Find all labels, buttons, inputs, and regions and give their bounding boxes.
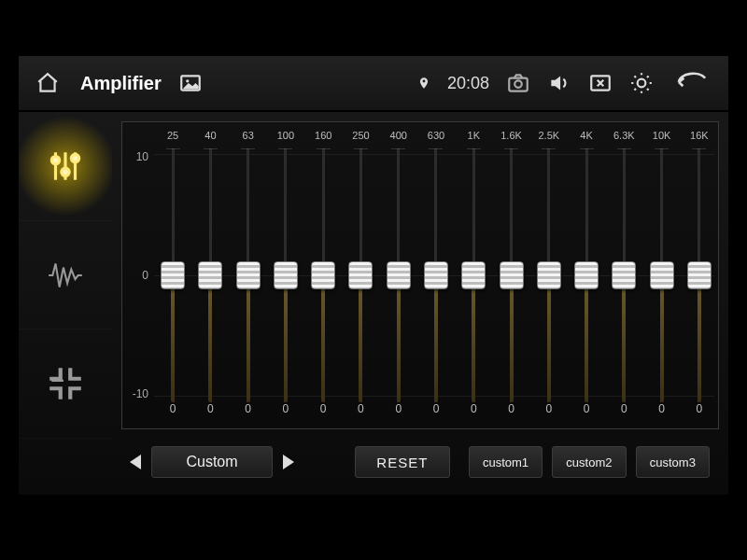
band-slider[interactable] (267, 148, 304, 402)
band-value-label: 0 (207, 402, 214, 421)
band-freq-label: 160 (315, 130, 331, 148)
band-slider[interactable] (380, 148, 417, 402)
custom-slot-3-button[interactable]: custom3 (636, 446, 710, 478)
band-stem (698, 275, 701, 402)
preset-name-display[interactable]: Custom (151, 446, 273, 478)
eq-mode-tab[interactable] (19, 112, 112, 221)
band-thumb[interactable] (348, 261, 373, 289)
custom-slot-1-button[interactable]: custom1 (469, 446, 543, 478)
band-freq-label: 63 (243, 130, 254, 148)
band-freq-label: 25 (167, 130, 178, 148)
band-freq-label: 6.3K (613, 130, 635, 148)
band-freq-label: 1.6K (500, 130, 522, 148)
band-thumb[interactable] (311, 261, 335, 289)
band-stem (397, 275, 401, 402)
band-freq-label: 250 (352, 130, 369, 148)
screen-title: Amplifier (80, 73, 162, 94)
close-screen-icon[interactable] (588, 71, 613, 95)
mode-sidebar (19, 112, 112, 439)
band-value-label: 0 (395, 402, 402, 421)
band-freq-label: 40 (204, 130, 216, 148)
preset-next-button[interactable] (275, 448, 303, 476)
band-thumb[interactable] (387, 261, 411, 289)
band-stem (171, 275, 175, 402)
back-icon[interactable] (670, 71, 712, 95)
eq-band: 100 0 (267, 122, 304, 428)
band-slider[interactable] (191, 148, 229, 402)
band-thumb[interactable] (424, 261, 448, 289)
band-value-label: 0 (584, 402, 590, 421)
svg-point-5 (638, 79, 646, 88)
band-value-label: 0 (471, 402, 477, 421)
eq-band: 2.5K 0 (530, 122, 568, 428)
custom-slot-2-button[interactable]: custom2 (552, 446, 626, 478)
band-freq-label: 10K (653, 130, 671, 148)
eq-band: 250 0 (342, 122, 379, 428)
picture-icon[interactable] (178, 71, 203, 95)
band-stem (547, 275, 551, 402)
reset-button[interactable]: RESET (355, 446, 450, 478)
svg-point-3 (514, 80, 522, 88)
band-thumb[interactable] (537, 261, 561, 289)
preset-prev-button[interactable] (121, 448, 149, 476)
camera-icon[interactable] (506, 71, 530, 95)
band-stem (247, 275, 250, 402)
volume-icon[interactable] (547, 71, 571, 95)
band-slider[interactable] (492, 148, 529, 402)
band-slider[interactable] (605, 148, 642, 402)
band-value-label: 0 (283, 402, 289, 421)
svg-point-7 (62, 168, 69, 175)
status-bar: Amplifier 20:08 (19, 56, 728, 112)
band-stem (510, 275, 514, 402)
band-stem (585, 275, 588, 402)
soundfield-mode-tab[interactable] (19, 221, 112, 330)
scale-min: -10 (122, 387, 148, 400)
clock: 20:08 (447, 74, 489, 93)
band-thumb[interactable] (198, 261, 222, 289)
band-slider[interactable] (230, 148, 267, 402)
band-slider[interactable] (455, 148, 492, 402)
band-slider[interactable] (417, 148, 455, 402)
balance-mode-tab[interactable] (19, 329, 112, 439)
svg-marker-10 (68, 368, 81, 381)
band-slider[interactable] (154, 148, 191, 402)
band-thumb[interactable] (161, 261, 185, 289)
band-slider[interactable] (681, 148, 718, 402)
band-slider[interactable] (304, 148, 342, 402)
band-freq-label: 2.5K (538, 130, 559, 148)
svg-marker-9 (49, 368, 63, 381)
band-thumb[interactable] (236, 261, 261, 289)
band-thumb[interactable] (574, 261, 599, 289)
band-thumb[interactable] (687, 261, 712, 289)
band-freq-label: 100 (277, 130, 294, 148)
band-slider[interactable] (642, 148, 680, 402)
band-thumb[interactable] (500, 261, 524, 289)
band-freq-label: 1K (468, 130, 480, 148)
eq-scale: 10 0 -10 (122, 122, 154, 428)
eq-band: 63 0 (230, 122, 267, 428)
bottom-bar: Custom RESET custom1 custom2 custom3 (112, 439, 719, 485)
preset-selector: Custom (121, 446, 303, 478)
band-slider[interactable] (342, 148, 379, 402)
band-stem (321, 275, 325, 402)
band-thumb[interactable] (612, 261, 636, 289)
band-slider[interactable] (568, 148, 605, 402)
band-freq-label: 4K (580, 130, 592, 148)
location-icon[interactable] (417, 71, 430, 95)
band-thumb[interactable] (650, 261, 674, 289)
eq-band: 1.6K 0 (492, 122, 529, 428)
eq-band: 400 0 (380, 122, 417, 428)
band-stem (622, 275, 626, 402)
brightness-icon[interactable] (629, 71, 654, 95)
band-thumb[interactable] (274, 261, 298, 289)
band-stem (284, 275, 288, 402)
band-value-label: 0 (508, 402, 514, 421)
band-thumb[interactable] (461, 261, 486, 289)
band-value-label: 0 (545, 402, 552, 421)
home-icon[interactable] (35, 71, 60, 95)
band-stem (660, 275, 664, 402)
band-slider[interactable] (530, 148, 568, 402)
scale-max: 10 (122, 150, 148, 163)
band-value-label: 0 (697, 402, 703, 421)
band-value-label: 0 (320, 402, 327, 421)
